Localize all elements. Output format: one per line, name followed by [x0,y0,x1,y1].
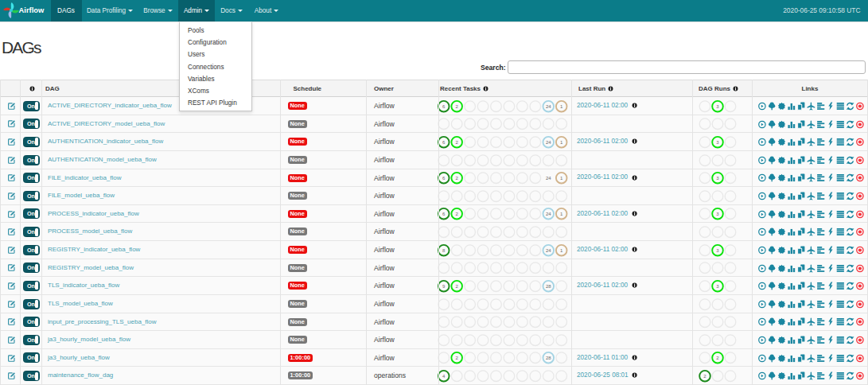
svg-text:28: 28 [546,284,551,289]
svg-text:24: 24 [546,212,551,217]
svg-text:2: 2 [456,284,459,289]
svg-text:24: 24 [546,248,551,253]
svg-text:2: 2 [456,140,459,145]
svg-text:6: 6 [442,176,446,181]
svg-text:3: 3 [716,176,719,181]
svg-text:1: 1 [560,176,563,181]
svg-text:24: 24 [546,176,551,181]
svg-text:1: 1 [560,140,563,145]
svg-text:3: 3 [716,212,719,217]
svg-text:4: 4 [442,374,446,379]
svg-text:3: 3 [716,104,719,109]
svg-text:2: 2 [456,104,459,109]
svg-text:2: 2 [456,212,459,217]
svg-text:2: 2 [456,356,459,361]
svg-text:6: 6 [442,104,446,109]
svg-text:9: 9 [442,284,446,289]
svg-text:3: 3 [716,140,719,145]
svg-text:8: 8 [442,248,446,253]
svg-text:1: 1 [560,212,563,217]
svg-text:1: 1 [560,248,563,253]
svg-text:3: 3 [716,284,719,289]
svg-text:24: 24 [546,104,551,109]
svg-text:1: 1 [560,104,563,109]
svg-text:28: 28 [546,356,551,361]
svg-text:2: 2 [456,176,459,181]
svg-text:3: 3 [716,248,719,253]
svg-text:2: 2 [703,374,706,379]
svg-text:6: 6 [442,140,446,145]
svg-text:2: 2 [716,356,719,361]
svg-text:24: 24 [546,140,551,145]
svg-text:6: 6 [442,212,446,217]
